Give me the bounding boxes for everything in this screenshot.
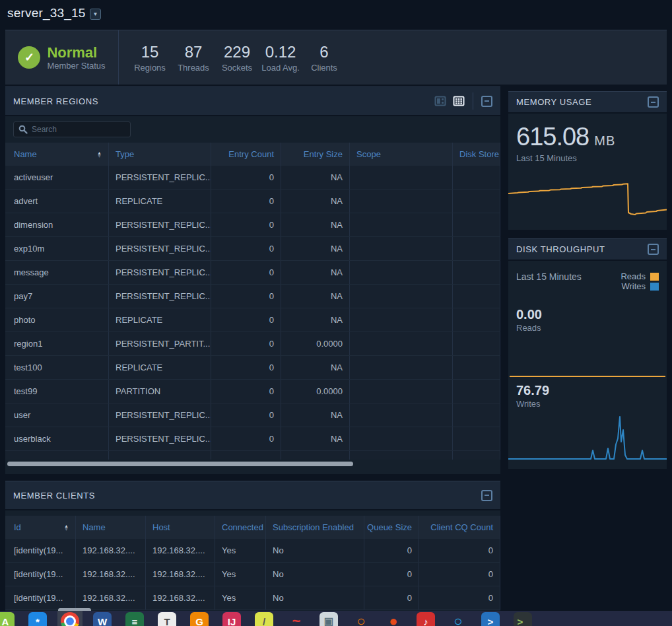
memory-period: Last 15 Minutes [516,153,659,163]
table-row[interactable]: test99PARTITION00.0000 [5,380,500,403]
table-cell: 0 [211,403,281,427]
table-row[interactable]: [identity(19...192.168.32....192.168.32.… [5,586,500,610]
taskbar-icon-spreadsheet[interactable]: ≡ [125,612,145,626]
taskbar-icon-red-swirl-app[interactable]: ~ [286,612,306,626]
table-cell: PERSISTENT_PARTIT... [109,332,211,355]
taskbar-icon-chrome[interactable] [60,612,80,626]
column-header-id[interactable]: Id▲▼ [5,516,76,539]
regions-search-box[interactable] [13,122,131,137]
table-cell [350,261,453,284]
table-cell [453,427,500,450]
table-cell: PERSISTENT_REPLIC... [109,427,211,450]
collapse-regions-icon[interactable] [481,96,492,107]
table-cell: No [266,563,364,586]
taskbar-icon-textedit[interactable]: T [157,612,177,626]
collapse-clients-icon[interactable] [481,490,492,501]
table-cell: 192.168.32.... [76,586,146,609]
table-cell: REPLICATE [109,308,211,331]
sort-icon[interactable]: ▲▼ [97,151,102,158]
table-row[interactable]: exp10mPERSISTENT_REPLIC...0NA [5,237,500,261]
table-cell: Yes [215,586,266,609]
taskbar-icon-orange-ring-app[interactable]: ○ [351,612,371,626]
table-cell: 0 [211,380,281,403]
table-row[interactable]: test100REPLICATE0NA [5,356,500,380]
column-header-disk-store[interactable]: Disk Store [453,143,500,166]
table-cell: NA [281,285,350,308]
status-metric-sockets: 229Sockets [215,43,259,73]
column-header-entry-size[interactable]: Entry Size [281,143,350,166]
table-cell: activeuser [5,166,109,189]
legend-item-reads: Reads [621,271,659,281]
titlebar: server_33_15 ▼ [0,0,672,30]
table-cell: NA [281,237,350,260]
table-cell: 0 [211,190,281,213]
table-row[interactable]: userblackPERSISTENT_REPLIC...0NA [5,427,500,451]
taskbar-icon-blue-asterisk[interactable]: * [28,612,48,626]
column-header-scope[interactable]: Scope [350,143,453,166]
table-cell: message [5,261,109,284]
grid-view-icon[interactable] [453,95,465,107]
regions-hscroll-thumb[interactable] [7,462,353,466]
table-row[interactable]: userblack2PERSISTENT_REPLIC...0NA [5,451,500,460]
memory-unit: MB [594,133,615,148]
table-row[interactable]: pay7PERSISTENT_REPLIC...0NA [5,285,500,308]
column-header-name[interactable]: Name [76,516,146,539]
status-metric-regions: 15Regions [128,43,172,73]
table-cell [350,213,453,236]
treemap-view-icon[interactable] [434,95,446,107]
table-cell: 192.168.32.... [76,563,146,586]
table-cell: NA [281,451,350,460]
table-cell [453,332,500,355]
status-metric-loadavg: 0.12Load Avg. [259,43,302,73]
table-row[interactable]: dimensionPERSISTENT_REPLIC...0NA [5,213,500,237]
taskbar-icon-intellij[interactable]: IJ [222,612,242,626]
taskbar-icon-blue-ring-app[interactable]: ○ [448,612,468,626]
table-cell: NA [281,261,350,284]
table-cell: 0 [211,451,281,460]
table-cell [350,190,453,213]
status-state-label: Member Status [47,61,105,71]
table-row[interactable]: messagePERSISTENT_REPLIC...0NA [5,261,500,285]
taskbar: A*W≡TGIJ/~▣○●♪○>>_ [0,611,672,626]
column-header-name[interactable]: Name▲▼ [5,143,109,166]
table-cell: No [266,586,364,609]
column-header-connected[interactable]: Connected [215,516,266,539]
regions-search-input[interactable] [32,125,118,134]
regions-horizontal-scrollbar [5,461,500,467]
taskbar-icon-netease-music[interactable]: ♪ [416,612,436,626]
taskbar-icon-image-viewer[interactable]: ▣ [319,612,339,626]
header-separator [473,92,473,110]
table-row[interactable]: advertREPLICATE0NA [5,190,500,213]
collapse-memory-icon[interactable] [648,96,659,108]
table-row[interactable]: region1PERSISTENT_PARTIT...00.0000 [5,332,500,356]
column-header-client-cq-count[interactable]: Client CQ Count [419,516,500,539]
table-row[interactable]: userPERSISTENT_REPLIC...0NA [5,403,500,427]
table-row[interactable]: activeuserPERSISTENT_REPLIC...0NA [5,166,500,190]
table-cell [453,261,500,284]
column-header-entry-count[interactable]: Entry Count [211,143,281,166]
taskbar-icon-orange-dot-app[interactable]: ● [384,612,403,626]
table-cell: 0 [211,166,281,189]
table-row[interactable]: photoREPLICATE0NA [5,308,500,332]
sort-icon[interactable]: ▲▼ [64,524,69,531]
column-header-queue-size[interactable]: Queue Size [364,516,419,539]
page-title: server_33_15 [7,6,86,20]
taskbar-icon-orange-g-app[interactable]: G [189,612,209,626]
table-cell: 0 [364,586,419,609]
column-header-subscription-enabled[interactable]: Subscription Enabled [266,516,364,539]
taskbar-icon-android-app[interactable]: A [0,612,15,626]
table-row[interactable]: [identity(19...192.168.32....192.168.32.… [5,563,500,586]
collapse-disk-icon[interactable] [648,244,659,255]
table-cell: PERSISTENT_REPLIC... [109,237,211,260]
table-cell: PERSISTENT_REPLIC... [109,403,211,427]
column-header-type[interactable]: Type [109,143,211,166]
table-row[interactable]: [identity(19...192.168.32....192.168.32.… [5,539,500,563]
member-dropdown-icon[interactable]: ▼ [90,9,101,20]
taskbar-icon-terminal[interactable]: >_ [513,612,533,626]
table-cell: advert [5,190,109,213]
taskbar-icon-word[interactable]: W [92,612,112,626]
column-header-host[interactable]: Host [146,516,215,539]
table-cell: NA [281,427,350,450]
taskbar-icon-powershell[interactable]: > [481,612,500,626]
taskbar-icon-script-editor[interactable]: / [254,612,274,626]
